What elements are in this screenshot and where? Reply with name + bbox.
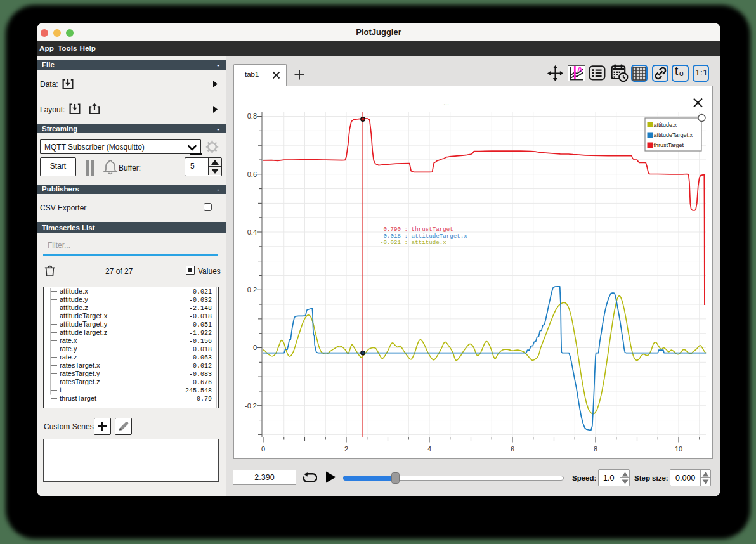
svg-text:rate.z: rate.z xyxy=(60,353,77,361)
svg-text:0: 0 xyxy=(261,445,265,453)
svg-text:-0.018 : attitudeTarget.x: -0.018 : attitudeTarget.x xyxy=(380,233,467,240)
svg-text:attitude.x: attitude.x xyxy=(654,122,677,128)
svg-text:0.6: 0.6 xyxy=(247,171,257,178)
svg-text:0.2: 0.2 xyxy=(247,286,257,294)
svg-text:attitudeTarget.x: attitudeTarget.x xyxy=(60,312,108,320)
svg-text:attitude.y: attitude.y xyxy=(60,295,88,303)
svg-text:0.79: 0.79 xyxy=(197,396,212,403)
svg-text:attitudeTarget.z: attitudeTarget.z xyxy=(60,328,107,336)
svg-text:0.4: 0.4 xyxy=(247,228,257,236)
svg-text:-0.021 : attitude.x: -0.021 : attitude.x xyxy=(380,239,446,246)
svg-text:t: t xyxy=(60,386,62,394)
svg-text:ratesTarget.y: ratesTarget.y xyxy=(60,370,100,377)
svg-text:-0.021: -0.021 xyxy=(189,288,212,295)
svg-text:-0.032: -0.032 xyxy=(189,297,212,304)
svg-text:-0.018: -0.018 xyxy=(189,313,212,320)
svg-text:0.676: 0.676 xyxy=(193,379,212,386)
svg-text:0.018: 0.018 xyxy=(193,346,212,353)
svg-text:6: 6 xyxy=(511,445,514,453)
svg-text:0.790 : thrustTarget: 0.790 : thrustTarget xyxy=(380,226,453,233)
svg-text:2: 2 xyxy=(344,445,348,453)
svg-text:thrustTarget: thrustTarget xyxy=(654,142,684,148)
svg-text:8: 8 xyxy=(594,445,597,453)
svg-text:ratesTarget.z: ratesTarget.z xyxy=(60,378,100,385)
svg-text:245.548: 245.548 xyxy=(185,387,212,394)
svg-text:-1.922: -1.922 xyxy=(189,330,212,337)
svg-text:-0.051: -0.051 xyxy=(189,321,212,328)
svg-text:rate.x: rate.x xyxy=(60,337,77,344)
svg-text:-0.083: -0.083 xyxy=(189,371,212,378)
svg-text:thrustTarget: thrustTarget xyxy=(60,394,96,402)
svg-text:-0.156: -0.156 xyxy=(189,338,212,345)
svg-text:attitudeTarget.y: attitudeTarget.y xyxy=(60,320,108,328)
svg-text:...: ... xyxy=(443,99,449,107)
svg-text:-2.148: -2.148 xyxy=(189,305,212,312)
svg-text:0.012: 0.012 xyxy=(193,363,212,370)
svg-text:rate.y: rate.y xyxy=(60,345,77,353)
svg-text:0.8: 0.8 xyxy=(247,112,257,120)
svg-text:attitude.x: attitude.x xyxy=(60,287,88,295)
svg-text:-0.2: -0.2 xyxy=(245,402,257,410)
svg-text:attitudeTarget.x: attitudeTarget.x xyxy=(654,132,693,138)
svg-text:ratesTarget.x: ratesTarget.x xyxy=(60,361,100,369)
svg-text:10: 10 xyxy=(675,445,682,453)
svg-text:-0.063: -0.063 xyxy=(189,354,212,361)
svg-text:A: A xyxy=(577,66,583,74)
svg-text:attitude.z: attitude.z xyxy=(60,304,88,311)
svg-text:0: 0 xyxy=(253,344,257,351)
svg-text:4: 4 xyxy=(427,445,431,453)
